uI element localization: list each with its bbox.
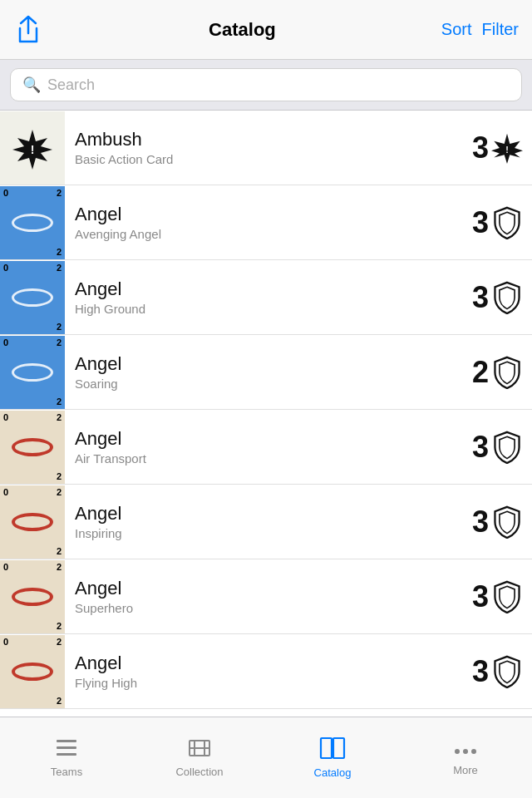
item-text: Angel Avenging Angel xyxy=(65,204,447,241)
item-name: Angel xyxy=(75,503,437,525)
search-bar[interactable]: 🔍 Search xyxy=(10,68,522,101)
card-thumbnail: 0 2 2 xyxy=(0,485,65,559)
more-icon xyxy=(454,739,477,761)
item-count: 2 xyxy=(447,355,489,390)
item-count: 3 xyxy=(447,505,489,539)
svg-rect-12 xyxy=(333,738,344,758)
type-icon xyxy=(489,580,532,613)
card-thumbnail: 0 2 2 xyxy=(0,261,65,334)
tab-teams-label: Teams xyxy=(51,766,82,778)
list-item[interactable]: 0 2 2 Angel Air Transport 3 xyxy=(0,410,532,485)
item-name: Angel xyxy=(75,278,437,300)
svg-point-13 xyxy=(455,749,460,754)
svg-point-15 xyxy=(471,749,476,754)
header: Catalog Sort Filter xyxy=(0,0,532,60)
list-item[interactable]: ! Ambush Basic Action Card 3 ! xyxy=(0,111,532,185)
card-thumbnail: ! xyxy=(0,111,65,185)
filter-button[interactable]: Filter xyxy=(482,20,519,39)
item-text: Ambush Basic Action Card xyxy=(65,129,447,166)
item-name: Angel xyxy=(75,653,437,674)
item-name: Angel xyxy=(75,578,437,599)
item-text: Angel Inspiring xyxy=(65,503,447,540)
card-list: ! Ambush Basic Action Card 3 ! 0 2 2 xyxy=(0,111,532,717)
svg-rect-4 xyxy=(57,740,76,742)
share-button[interactable] xyxy=(13,15,43,45)
tab-collection-label: Collection xyxy=(175,766,223,778)
tab-bar: Teams Collection Catalog xyxy=(0,717,532,798)
svg-point-14 xyxy=(463,749,468,754)
list-item[interactable]: 0 2 2 Angel Soaring 2 xyxy=(0,335,532,410)
item-text: Angel Flying High xyxy=(65,653,447,690)
search-bar-container: 🔍 Search xyxy=(0,60,532,111)
item-name: Angel xyxy=(75,428,437,450)
teams-icon xyxy=(55,737,78,762)
card-thumbnail: 0 2 2 xyxy=(0,411,65,484)
item-subtitle: Flying High xyxy=(75,676,437,690)
list-item[interactable]: 0 2 2 Angel Inspiring 3 xyxy=(0,485,532,559)
type-icon xyxy=(489,655,532,688)
type-icon: ! xyxy=(489,132,532,164)
svg-text:!: ! xyxy=(31,143,35,156)
svg-rect-5 xyxy=(57,746,76,749)
tab-more-label: More xyxy=(453,764,478,776)
item-subtitle: Basic Action Card xyxy=(75,152,437,166)
tab-catalog[interactable]: Catalog xyxy=(266,717,399,798)
card-thumbnail: 0 2 2 xyxy=(0,635,65,708)
item-count: 3 xyxy=(447,205,489,240)
card-thumbnail: 0 2 2 xyxy=(0,336,65,409)
item-text: Angel Air Transport xyxy=(65,428,447,466)
list-item[interactable]: 0 2 2 Angel Superhero 3 xyxy=(0,559,532,634)
item-subtitle: Superhero xyxy=(75,601,437,615)
type-icon xyxy=(489,356,532,389)
search-placeholder: Search xyxy=(47,76,95,94)
sort-button[interactable]: Sort xyxy=(441,20,472,39)
item-name: Angel xyxy=(75,353,437,375)
svg-text:!: ! xyxy=(505,144,509,154)
item-count: 3 xyxy=(447,654,489,689)
item-subtitle: Avenging Angel xyxy=(75,227,437,241)
catalog-icon xyxy=(319,736,346,763)
item-text: Angel High Ground xyxy=(65,278,447,316)
collection-icon xyxy=(188,737,211,762)
tab-catalog-label: Catalog xyxy=(314,766,352,779)
item-count: 3 xyxy=(447,579,489,614)
item-count: 3 xyxy=(447,280,489,315)
page-title: Catalog xyxy=(209,19,276,41)
type-icon xyxy=(489,431,532,464)
tab-teams[interactable]: Teams xyxy=(0,717,133,798)
type-icon xyxy=(489,505,532,539)
tab-more[interactable]: More xyxy=(399,717,532,798)
svg-rect-11 xyxy=(321,738,332,758)
card-thumbnail: 0 2 2 xyxy=(0,186,65,259)
list-item[interactable]: 0 2 2 Angel Flying High 3 xyxy=(0,634,532,709)
item-subtitle: Soaring xyxy=(75,377,437,391)
item-text: Angel Superhero xyxy=(65,578,447,615)
type-icon xyxy=(489,206,532,239)
type-icon xyxy=(489,281,532,314)
svg-rect-6 xyxy=(57,753,76,756)
header-actions: Sort Filter xyxy=(441,20,519,39)
card-thumbnail: 0 2 2 xyxy=(0,560,65,633)
item-count: 3 xyxy=(447,131,489,165)
item-text: Angel Soaring xyxy=(65,353,447,391)
item-count: 3 xyxy=(447,430,489,465)
tab-collection[interactable]: Collection xyxy=(133,717,266,798)
item-subtitle: High Ground xyxy=(75,302,437,316)
item-subtitle: Air Transport xyxy=(75,451,437,466)
search-icon: 🔍 xyxy=(22,76,41,94)
item-name: Angel xyxy=(75,204,437,225)
item-subtitle: Inspiring xyxy=(75,526,437,540)
item-name: Ambush xyxy=(75,129,437,150)
list-item[interactable]: 0 2 2 Angel Avenging Angel 3 xyxy=(0,185,532,260)
list-item[interactable]: 0 2 2 Angel High Ground 3 xyxy=(0,260,532,335)
